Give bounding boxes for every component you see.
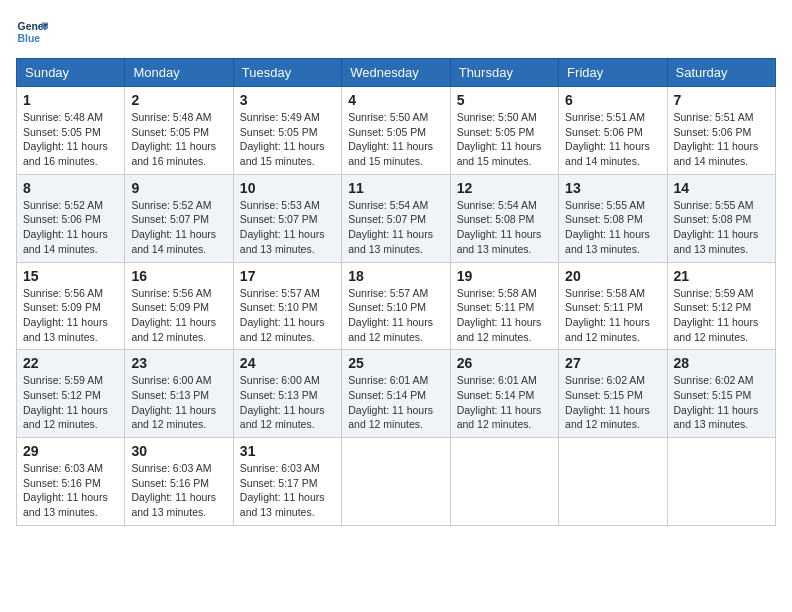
calendar-week-row: 8Sunrise: 5:52 AM Sunset: 5:06 PM Daylig…: [17, 174, 776, 262]
day-number: 26: [457, 355, 552, 371]
day-info: Sunrise: 6:00 AM Sunset: 5:13 PM Dayligh…: [131, 373, 226, 432]
calendar-day-cell: 11Sunrise: 5:54 AM Sunset: 5:07 PM Dayli…: [342, 174, 450, 262]
calendar-day-cell: 28Sunrise: 6:02 AM Sunset: 5:15 PM Dayli…: [667, 350, 775, 438]
calendar-header-row: SundayMondayTuesdayWednesdayThursdayFrid…: [17, 59, 776, 87]
day-number: 16: [131, 268, 226, 284]
day-info: Sunrise: 6:02 AM Sunset: 5:15 PM Dayligh…: [565, 373, 660, 432]
calendar-day-cell: 23Sunrise: 6:00 AM Sunset: 5:13 PM Dayli…: [125, 350, 233, 438]
day-info: Sunrise: 5:51 AM Sunset: 5:06 PM Dayligh…: [674, 110, 769, 169]
calendar-day-cell: 31Sunrise: 6:03 AM Sunset: 5:17 PM Dayli…: [233, 438, 341, 526]
day-info: Sunrise: 6:01 AM Sunset: 5:14 PM Dayligh…: [457, 373, 552, 432]
day-number: 13: [565, 180, 660, 196]
day-number: 4: [348, 92, 443, 108]
day-number: 11: [348, 180, 443, 196]
calendar-day-cell: 2Sunrise: 5:48 AM Sunset: 5:05 PM Daylig…: [125, 87, 233, 175]
calendar-day-cell: 16Sunrise: 5:56 AM Sunset: 5:09 PM Dayli…: [125, 262, 233, 350]
calendar-header-cell: Tuesday: [233, 59, 341, 87]
calendar-day-cell: 7Sunrise: 5:51 AM Sunset: 5:06 PM Daylig…: [667, 87, 775, 175]
calendar-day-cell: [559, 438, 667, 526]
calendar-day-cell: 20Sunrise: 5:58 AM Sunset: 5:11 PM Dayli…: [559, 262, 667, 350]
calendar-day-cell: [342, 438, 450, 526]
calendar-header-cell: Friday: [559, 59, 667, 87]
day-number: 9: [131, 180, 226, 196]
day-info: Sunrise: 5:52 AM Sunset: 5:06 PM Dayligh…: [23, 198, 118, 257]
day-info: Sunrise: 5:58 AM Sunset: 5:11 PM Dayligh…: [457, 286, 552, 345]
day-info: Sunrise: 5:56 AM Sunset: 5:09 PM Dayligh…: [23, 286, 118, 345]
calendar-day-cell: 30Sunrise: 6:03 AM Sunset: 5:16 PM Dayli…: [125, 438, 233, 526]
day-info: Sunrise: 6:00 AM Sunset: 5:13 PM Dayligh…: [240, 373, 335, 432]
day-number: 12: [457, 180, 552, 196]
day-number: 29: [23, 443, 118, 459]
calendar-week-row: 29Sunrise: 6:03 AM Sunset: 5:16 PM Dayli…: [17, 438, 776, 526]
day-number: 21: [674, 268, 769, 284]
calendar-day-cell: 3Sunrise: 5:49 AM Sunset: 5:05 PM Daylig…: [233, 87, 341, 175]
day-number: 7: [674, 92, 769, 108]
calendar-week-row: 22Sunrise: 5:59 AM Sunset: 5:12 PM Dayli…: [17, 350, 776, 438]
logo-icon: General Blue: [16, 16, 48, 48]
calendar-day-cell: 19Sunrise: 5:58 AM Sunset: 5:11 PM Dayli…: [450, 262, 558, 350]
day-info: Sunrise: 5:51 AM Sunset: 5:06 PM Dayligh…: [565, 110, 660, 169]
calendar-day-cell: 1Sunrise: 5:48 AM Sunset: 5:05 PM Daylig…: [17, 87, 125, 175]
day-info: Sunrise: 5:55 AM Sunset: 5:08 PM Dayligh…: [674, 198, 769, 257]
calendar-body: 1Sunrise: 5:48 AM Sunset: 5:05 PM Daylig…: [17, 87, 776, 526]
calendar-day-cell: [667, 438, 775, 526]
calendar-day-cell: 10Sunrise: 5:53 AM Sunset: 5:07 PM Dayli…: [233, 174, 341, 262]
day-info: Sunrise: 6:01 AM Sunset: 5:14 PM Dayligh…: [348, 373, 443, 432]
day-info: Sunrise: 5:54 AM Sunset: 5:08 PM Dayligh…: [457, 198, 552, 257]
day-number: 24: [240, 355, 335, 371]
calendar-day-cell: 6Sunrise: 5:51 AM Sunset: 5:06 PM Daylig…: [559, 87, 667, 175]
logo: General Blue: [16, 16, 48, 48]
day-number: 15: [23, 268, 118, 284]
day-info: Sunrise: 5:55 AM Sunset: 5:08 PM Dayligh…: [565, 198, 660, 257]
day-info: Sunrise: 5:52 AM Sunset: 5:07 PM Dayligh…: [131, 198, 226, 257]
svg-text:Blue: Blue: [18, 33, 41, 44]
calendar-week-row: 1Sunrise: 5:48 AM Sunset: 5:05 PM Daylig…: [17, 87, 776, 175]
calendar-day-cell: 21Sunrise: 5:59 AM Sunset: 5:12 PM Dayli…: [667, 262, 775, 350]
day-number: 23: [131, 355, 226, 371]
day-info: Sunrise: 5:57 AM Sunset: 5:10 PM Dayligh…: [348, 286, 443, 345]
calendar-day-cell: 14Sunrise: 5:55 AM Sunset: 5:08 PM Dayli…: [667, 174, 775, 262]
day-info: Sunrise: 5:48 AM Sunset: 5:05 PM Dayligh…: [131, 110, 226, 169]
day-info: Sunrise: 5:58 AM Sunset: 5:11 PM Dayligh…: [565, 286, 660, 345]
day-number: 2: [131, 92, 226, 108]
day-number: 8: [23, 180, 118, 196]
day-number: 5: [457, 92, 552, 108]
calendar-day-cell: 12Sunrise: 5:54 AM Sunset: 5:08 PM Dayli…: [450, 174, 558, 262]
calendar-day-cell: 4Sunrise: 5:50 AM Sunset: 5:05 PM Daylig…: [342, 87, 450, 175]
day-info: Sunrise: 5:59 AM Sunset: 5:12 PM Dayligh…: [674, 286, 769, 345]
day-number: 20: [565, 268, 660, 284]
day-number: 19: [457, 268, 552, 284]
calendar-day-cell: 18Sunrise: 5:57 AM Sunset: 5:10 PM Dayli…: [342, 262, 450, 350]
day-info: Sunrise: 5:49 AM Sunset: 5:05 PM Dayligh…: [240, 110, 335, 169]
day-info: Sunrise: 6:03 AM Sunset: 5:16 PM Dayligh…: [23, 461, 118, 520]
calendar-day-cell: 22Sunrise: 5:59 AM Sunset: 5:12 PM Dayli…: [17, 350, 125, 438]
day-number: 18: [348, 268, 443, 284]
calendar-header-cell: Wednesday: [342, 59, 450, 87]
day-info: Sunrise: 5:50 AM Sunset: 5:05 PM Dayligh…: [457, 110, 552, 169]
day-number: 14: [674, 180, 769, 196]
calendar-day-cell: 27Sunrise: 6:02 AM Sunset: 5:15 PM Dayli…: [559, 350, 667, 438]
calendar-day-cell: 25Sunrise: 6:01 AM Sunset: 5:14 PM Dayli…: [342, 350, 450, 438]
calendar-day-cell: 17Sunrise: 5:57 AM Sunset: 5:10 PM Dayli…: [233, 262, 341, 350]
calendar-table: SundayMondayTuesdayWednesdayThursdayFrid…: [16, 58, 776, 526]
calendar-header-cell: Saturday: [667, 59, 775, 87]
calendar-day-cell: 8Sunrise: 5:52 AM Sunset: 5:06 PM Daylig…: [17, 174, 125, 262]
day-number: 31: [240, 443, 335, 459]
day-info: Sunrise: 6:02 AM Sunset: 5:15 PM Dayligh…: [674, 373, 769, 432]
calendar-day-cell: 15Sunrise: 5:56 AM Sunset: 5:09 PM Dayli…: [17, 262, 125, 350]
day-info: Sunrise: 5:53 AM Sunset: 5:07 PM Dayligh…: [240, 198, 335, 257]
calendar-week-row: 15Sunrise: 5:56 AM Sunset: 5:09 PM Dayli…: [17, 262, 776, 350]
day-number: 30: [131, 443, 226, 459]
day-info: Sunrise: 5:50 AM Sunset: 5:05 PM Dayligh…: [348, 110, 443, 169]
calendar-day-cell: 26Sunrise: 6:01 AM Sunset: 5:14 PM Dayli…: [450, 350, 558, 438]
calendar-day-cell: 5Sunrise: 5:50 AM Sunset: 5:05 PM Daylig…: [450, 87, 558, 175]
day-number: 6: [565, 92, 660, 108]
day-info: Sunrise: 6:03 AM Sunset: 5:17 PM Dayligh…: [240, 461, 335, 520]
day-info: Sunrise: 5:59 AM Sunset: 5:12 PM Dayligh…: [23, 373, 118, 432]
calendar-day-cell: 24Sunrise: 6:00 AM Sunset: 5:13 PM Dayli…: [233, 350, 341, 438]
day-info: Sunrise: 5:48 AM Sunset: 5:05 PM Dayligh…: [23, 110, 118, 169]
calendar-header-cell: Thursday: [450, 59, 558, 87]
day-info: Sunrise: 5:56 AM Sunset: 5:09 PM Dayligh…: [131, 286, 226, 345]
day-number: 3: [240, 92, 335, 108]
day-number: 17: [240, 268, 335, 284]
